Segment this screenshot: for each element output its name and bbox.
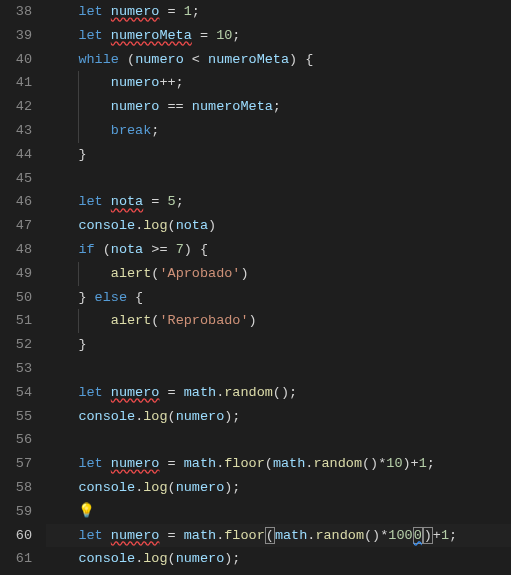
code-line[interactable]: break; [46, 119, 511, 143]
token: 10 [216, 28, 232, 43]
token: ) [249, 313, 257, 328]
code-line[interactable]: while (numero < numeroMeta) { [46, 48, 511, 72]
token: let [78, 194, 110, 209]
token: 0 [413, 527, 423, 544]
code-line[interactable]: alert('Reprobado') [46, 309, 511, 333]
token: = [159, 528, 183, 543]
token: math [275, 528, 307, 543]
token: ; [176, 194, 184, 209]
token: 7 [176, 242, 184, 257]
token: nota [176, 218, 208, 233]
token: numero [111, 75, 160, 90]
token: ; [151, 123, 159, 138]
line-number: 45 [0, 167, 32, 191]
code-line[interactable]: let numero = math.floor(math.random()*10… [46, 452, 511, 476]
line-number: 48 [0, 238, 32, 262]
lightbulb-icon[interactable]: 💡 [46, 504, 95, 519]
code-line[interactable]: numero == numeroMeta; [46, 95, 511, 119]
token: 10 [386, 456, 402, 471]
line-number: 44 [0, 143, 32, 167]
token: ( [95, 242, 111, 257]
token: ) { [289, 52, 313, 67]
token: )+ [403, 456, 419, 471]
token: ( [119, 52, 135, 67]
line-number: 59 [0, 500, 32, 524]
code-line[interactable]: console.log(numero); [46, 547, 511, 571]
token: let [78, 385, 110, 400]
token: log [143, 409, 167, 424]
token: numero [111, 99, 160, 114]
token: numero [176, 480, 225, 495]
token: ( [168, 218, 176, 233]
token: ++; [159, 75, 183, 90]
code-line[interactable]: } [46, 143, 511, 167]
token: numero [135, 52, 184, 67]
token: 1 [419, 456, 427, 471]
token: alert [111, 266, 152, 281]
token: ; [192, 4, 200, 19]
code-line[interactable]: console.log(nota) [46, 214, 511, 238]
code-line[interactable]: console.log(numero); [46, 405, 511, 429]
line-number: 49 [0, 262, 32, 286]
token: nota [111, 194, 143, 209]
token: numero [111, 456, 160, 471]
token: (); [273, 385, 297, 400]
token: = [159, 385, 183, 400]
line-number: 57 [0, 452, 32, 476]
token: numero [176, 551, 225, 566]
code-line[interactable]: } [46, 333, 511, 357]
code-line[interactable] [46, 167, 511, 191]
token: math [273, 456, 305, 471]
token: 1 [184, 4, 192, 19]
code-line[interactable] [46, 357, 511, 381]
line-number: 54 [0, 381, 32, 405]
token: console [78, 480, 135, 495]
code-line[interactable]: numero++; [46, 71, 511, 95]
token: random [315, 528, 364, 543]
line-number: 40 [0, 48, 32, 72]
token: { [127, 290, 143, 305]
code-line[interactable]: let numero = 1; [46, 0, 511, 24]
token: log [143, 480, 167, 495]
token: math [184, 528, 216, 543]
token: 1 [441, 528, 449, 543]
token: ( [168, 409, 176, 424]
token: random [313, 456, 362, 471]
token: let [78, 528, 110, 543]
code-line[interactable]: let numero = math.random(); [46, 381, 511, 405]
token: ( [265, 456, 273, 471]
code-line[interactable]: 💡 [46, 500, 511, 524]
token: numero [111, 385, 160, 400]
token: = [143, 194, 167, 209]
line-number: 50 [0, 286, 32, 310]
token: let [78, 4, 110, 19]
code-line[interactable]: let numero = math.floor(math.random()*10… [46, 524, 511, 548]
code-editor[interactable]: 3839404142434445464748495051525354555657… [0, 0, 511, 575]
token: ; [232, 28, 240, 43]
token: = [159, 4, 183, 19]
code-line[interactable]: let numeroMeta = 10; [46, 24, 511, 48]
token: ) [208, 218, 216, 233]
code-line[interactable]: if (nota >= 7) { [46, 238, 511, 262]
token: random [224, 385, 273, 400]
token: console [78, 409, 135, 424]
code-line[interactable]: } else { [46, 286, 511, 310]
code-area[interactable]: let numero = 1; let numeroMeta = 10; whi… [46, 0, 511, 575]
token: } [78, 290, 94, 305]
token: while [78, 52, 119, 67]
line-number: 41 [0, 71, 32, 95]
line-number: 38 [0, 0, 32, 24]
code-line[interactable] [46, 428, 511, 452]
code-line[interactable]: alert('Aprobado') [46, 262, 511, 286]
code-line[interactable]: let nota = 5; [46, 190, 511, 214]
code-line[interactable]: console.log(numero); [46, 476, 511, 500]
token: if [78, 242, 94, 257]
token: } [78, 337, 86, 352]
token: numeroMeta [192, 99, 273, 114]
token: = [159, 456, 183, 471]
line-number: 51 [0, 309, 32, 333]
token: 'Reprobado' [159, 313, 248, 328]
token: console [78, 551, 135, 566]
token: floor [224, 528, 265, 543]
line-number: 58 [0, 476, 32, 500]
